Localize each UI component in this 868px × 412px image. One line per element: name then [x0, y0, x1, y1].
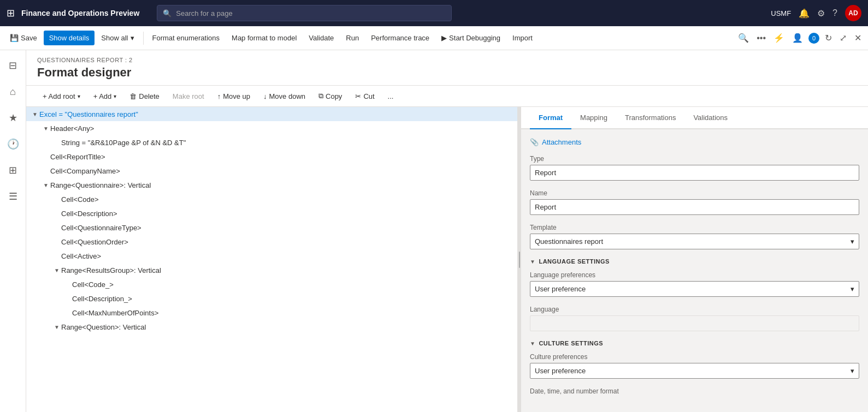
tree-item[interactable]: Cell<CompanyName> [26, 164, 517, 178]
personalize-icon[interactable]: 👤 [790, 31, 805, 45]
run-button[interactable]: Run [340, 31, 364, 45]
language-field-group: Language [530, 306, 859, 331]
expand-icon[interactable] [52, 138, 61, 147]
validate-button[interactable]: Validate [303, 31, 339, 45]
expand-icon[interactable] [52, 237, 61, 246]
expand-icon[interactable] [42, 152, 50, 161]
tree-item[interactable]: ▼ Excel = "Questionnaires report" [26, 107, 517, 121]
save-button[interactable]: 💾 Save [4, 31, 43, 45]
tree-item[interactable]: Cell<Description_> [26, 291, 517, 306]
tree-item[interactable]: ▼ Header<Any> [26, 121, 517, 135]
search-box[interactable]: 🔍 Search for a page [157, 5, 452, 21]
badge-icon[interactable]: 0 [808, 33, 819, 44]
delete-icon: 🗑 [129, 92, 137, 100]
refresh-icon[interactable]: ↻ [823, 31, 834, 45]
tab-mapping[interactable]: Mapping [571, 107, 616, 129]
sidebar-item-grid[interactable]: ⊞ [2, 159, 24, 181]
expand-icon[interactable] [63, 280, 72, 289]
lang-prefs-select[interactable]: User preference ▾ [530, 281, 859, 297]
import-button[interactable]: Import [507, 31, 538, 45]
save-icon: 💾 [10, 34, 19, 42]
tree-item[interactable]: Cell<Code_> [26, 277, 517, 291]
name-label: Name [530, 189, 859, 197]
show-all-button[interactable]: Show all ▾ [96, 31, 139, 45]
expand-icon[interactable] [63, 308, 72, 317]
action-bar: + Add root ▾ + Add ▾ 🗑 Delete Make root … [26, 86, 868, 107]
attachments-row[interactable]: 📎 Attachments [530, 138, 859, 146]
move-up-icon: ↑ [217, 92, 221, 100]
show-details-button[interactable]: Show details [44, 31, 95, 45]
language-settings-collapse-icon[interactable]: ▼ [530, 259, 535, 265]
resize-handle[interactable] [518, 107, 521, 412]
expand-icon[interactable]: ▼ [42, 124, 50, 133]
open-in-new-icon[interactable]: ⤢ [837, 31, 849, 45]
separator-1 [143, 32, 144, 45]
help-icon[interactable]: ? [832, 8, 837, 18]
tree-item[interactable]: String = "&R&10Page &P of &N &D &T" [26, 135, 517, 150]
expand-icon[interactable]: ▼ [42, 181, 50, 189]
add-root-button[interactable]: + Add root ▾ [37, 89, 86, 103]
tab-validations[interactable]: Validations [684, 107, 736, 129]
start-debugging-button[interactable]: ▶ Start Debugging [436, 31, 506, 45]
tree-item[interactable]: Cell<QuestionnaireType> [26, 220, 517, 235]
datetime-label: Date, time, and number format [530, 387, 859, 395]
type-value: Report [530, 165, 859, 181]
tree-item[interactable]: Cell<Active> [26, 249, 517, 263]
add-button[interactable]: + Add ▾ [88, 89, 122, 103]
more-actions-button[interactable]: ... [382, 89, 399, 103]
expand-icon[interactable] [52, 252, 61, 260]
sidebar-item-filter[interactable]: ⊟ [2, 55, 24, 76]
language-input[interactable] [530, 315, 859, 331]
expand-icon[interactable] [52, 209, 61, 218]
perf-trace-button[interactable]: Performance trace [365, 31, 435, 45]
sidebar-item-star[interactable]: ★ [2, 107, 24, 129]
expand-icon[interactable] [42, 166, 50, 175]
language-label: Language [530, 306, 859, 313]
tree-item[interactable]: Cell<Description> [26, 206, 517, 220]
template-label: Template [530, 224, 859, 231]
close-icon[interactable]: ✕ [852, 31, 864, 45]
props-tabs: Format Mapping Transformations Validatio… [521, 107, 868, 129]
app-title: Finance and Operations Preview [21, 9, 139, 17]
name-input[interactable] [530, 199, 859, 215]
sidebar-item-list[interactable]: ☰ [2, 186, 24, 207]
tree-item[interactable]: Cell<Code> [26, 192, 517, 206]
expand-icon[interactable] [52, 223, 61, 232]
tree-item[interactable]: ▼ Range<ResultsGroup>: Vertical [26, 263, 517, 277]
expand-icon[interactable]: ▼ [52, 266, 61, 274]
props-content: 📎 Attachments Type Report Name [521, 129, 868, 412]
tree-item[interactable]: ▼ Range<Question>: Vertical [26, 320, 517, 334]
expand-icon[interactable]: ▼ [31, 110, 39, 118]
app-grid-icon[interactable]: ⊞ [7, 7, 15, 19]
tree-item[interactable]: Cell<QuestionOrder> [26, 235, 517, 249]
avatar[interactable]: AD [845, 5, 861, 21]
notification-icon[interactable]: 🔔 [799, 8, 810, 19]
more-icon[interactable]: ••• [754, 31, 768, 45]
search-toolbar-icon[interactable]: 🔍 [736, 31, 751, 45]
tab-format[interactable]: Format [530, 107, 571, 129]
sidebar-item-home[interactable]: ⌂ [2, 81, 24, 103]
copy-button[interactable]: ⧉ Copy [313, 89, 347, 103]
delete-button[interactable]: 🗑 Delete [124, 89, 165, 103]
format-enumerations-button[interactable]: Format enumerations [147, 31, 226, 45]
breadcrumb: QUESTIONNAIRES REPORT : 2 [37, 57, 857, 63]
tree-item[interactable]: ▼ Range<Questionnaire>: Vertical [26, 178, 517, 192]
culture-prefs-select[interactable]: User preference ▾ [530, 363, 859, 379]
expand-icon[interactable] [63, 294, 72, 303]
cut-button[interactable]: ✂ Cut [350, 89, 380, 103]
move-down-button[interactable]: ↓ Move down [258, 89, 311, 103]
type-label: Type [530, 155, 859, 163]
settings-icon[interactable]: ⚙ [817, 8, 825, 19]
expand-icon[interactable] [52, 195, 61, 204]
tree-item[interactable]: Cell<MaxNumberOfPoints> [26, 306, 517, 320]
tree-item[interactable]: Cell<ReportTitle> [26, 150, 517, 164]
sidebar-item-recent[interactable]: 🕐 [2, 133, 24, 155]
expand-icon[interactable]: ▼ [52, 323, 61, 331]
bookmark-icon[interactable]: ⚡ [771, 31, 787, 45]
culture-settings-collapse-icon[interactable]: ▼ [530, 341, 535, 347]
show-all-chevron: ▾ [131, 34, 134, 42]
tab-transformations[interactable]: Transformations [616, 107, 684, 129]
template-select[interactable]: Questionnaires report ▾ [530, 234, 859, 249]
map-format-button[interactable]: Map format to model [226, 31, 302, 45]
move-up-button[interactable]: ↑ Move up [212, 89, 256, 103]
